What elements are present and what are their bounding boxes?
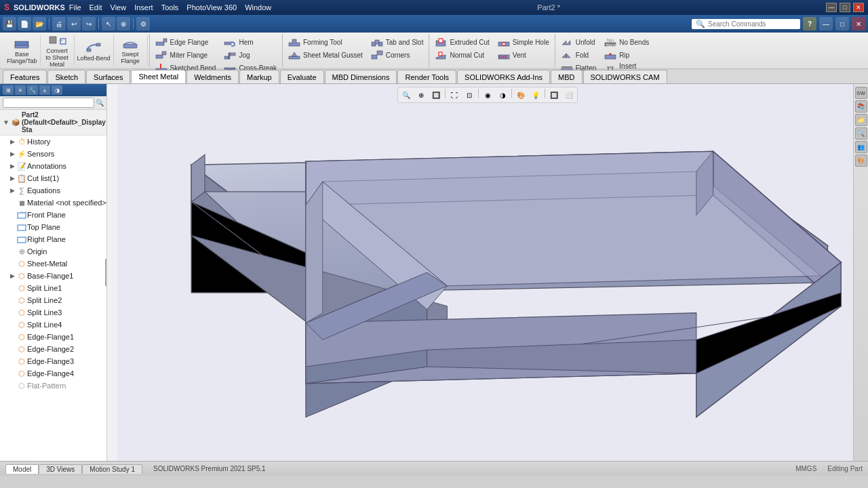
zoom-to-fit-button[interactable]: 🔍 <box>399 89 413 101</box>
extruded-cut-button[interactable]: Extruded Cut <box>433 36 491 48</box>
tree-item-edge-flange4[interactable]: ▶ ⬡ Edge-Flange4 <box>0 367 106 380</box>
design-library-icon[interactable]: 📚 <box>855 100 867 113</box>
forming-tool-button[interactable]: Forming Tool <box>286 36 365 48</box>
no-bends-button[interactable]: NoBends No Bends <box>602 36 651 48</box>
fold-button[interactable]: Fold <box>559 49 599 61</box>
camera-button[interactable]: ⬜ <box>562 89 576 101</box>
tab-sketch[interactable]: Sketch <box>47 70 85 83</box>
tab-weldments[interactable]: Weldments <box>186 70 239 83</box>
sw-minimize-button[interactable]: — <box>819 17 833 30</box>
vent-button[interactable]: Vent <box>496 49 551 61</box>
sw-close-button[interactable]: ✕ <box>852 17 865 30</box>
simple-hole-button[interactable]: Simple Hole <box>496 36 551 48</box>
miter-flange-button[interactable]: Miter Flange <box>153 49 218 61</box>
tree-item-top-plane[interactable]: ▶ Top Plane <box>0 221 106 233</box>
collaboration-icon[interactable]: 👥 <box>855 141 867 153</box>
appearances-icon[interactable]: 🎨 <box>855 155 867 167</box>
tab-solidworks-addins[interactable]: SOLIDWORKS Add-Ins <box>457 70 550 83</box>
options-button[interactable]: ⚙ <box>136 17 150 30</box>
apply-scene-button[interactable]: 🎨 <box>514 89 528 101</box>
view-orientation-button[interactable]: ⛶ <box>448 89 461 101</box>
hem-button[interactable]: Hem <box>222 36 279 48</box>
tab-mbd-dimensions[interactable]: MBD Dimensions <box>325 70 397 83</box>
sw-restore-button[interactable]: □ <box>835 17 849 30</box>
section-view-button[interactable]: 🔲 <box>547 89 561 101</box>
swept-flange-button[interactable]: SweptFlange <box>114 35 148 66</box>
tree-item-front-plane[interactable]: ▶ Front Plane <box>0 209 106 221</box>
tree-item-sensors[interactable]: ▶ ⚡ Sensors <box>0 148 106 160</box>
tab-sheet-metal[interactable]: Sheet Metal <box>131 70 186 83</box>
redo-button[interactable]: ↪ <box>82 17 96 30</box>
tab-and-slot-button[interactable]: Tab and Slot <box>369 36 426 48</box>
tree-item-flat-pattern[interactable]: ▶ ⬡ Flat-Pattern <box>0 380 106 392</box>
tree-item-cut-list[interactable]: ▶ 📋 Cut list(1) <box>0 172 106 184</box>
tree-item-base-flange1[interactable]: ▶ ⬡ Base-Flange1 <box>0 270 106 282</box>
view-settings-button[interactable]: 💡 <box>529 89 542 101</box>
menu-view[interactable]: View <box>111 3 127 12</box>
help-button[interactable]: ? <box>803 17 816 30</box>
tab-markup[interactable]: Markup <box>239 70 279 83</box>
tree-item-annotations[interactable]: ▶ 📝 Annotations <box>0 160 106 172</box>
edge-flange-button[interactable]: Edge Flange <box>153 36 218 48</box>
search-icon-pane[interactable]: 🔍 <box>855 127 867 140</box>
tree-item-edge-flange3[interactable]: ▶ ⬡ Edge-Flange3 <box>0 355 106 367</box>
convert-to-sheet-metal-button[interactable]: → Convertto SheetMetal <box>41 35 75 66</box>
tree-item-edge-flange1[interactable]: ▶ ⬡ Edge-Flange1 <box>0 331 106 343</box>
menu-file[interactable]: File <box>69 3 81 12</box>
solidworks-resources-icon[interactable]: SW <box>855 87 867 99</box>
tree-item-split-line4[interactable]: ▶ ⬡ Split Line4 <box>0 319 106 331</box>
config-manager-icon[interactable]: 🔧 <box>27 85 38 95</box>
select-button[interactable]: ↖ <box>102 17 115 30</box>
base-flange-tab-button[interactable]: BaseFlange/Tab <box>4 35 41 66</box>
tree-search-icon[interactable]: 🔍 <box>96 99 104 106</box>
corners-button[interactable]: Corners <box>369 49 426 61</box>
tree-item-edge-flange2[interactable]: ▶ ⬡ Edge-Flange2 <box>0 343 106 355</box>
print-button[interactable]: 🖨 <box>52 17 66 30</box>
normal-cut-button[interactable]: Normal Cut <box>433 49 491 61</box>
tree-item-split-line1[interactable]: ▶ ⬡ Split Line1 <box>0 282 106 294</box>
open-button[interactable]: 📂 <box>33 17 46 30</box>
menu-insert[interactable]: Insert <box>134 3 153 12</box>
tab-evaluate[interactable]: Evaluate <box>280 70 324 83</box>
unfold-button[interactable]: Unfold <box>559 36 599 48</box>
tree-item-split-line2[interactable]: ▶ ⬡ Split Line2 <box>0 294 106 306</box>
tab-solidworks-cam[interactable]: SOLIDWORKS CAM <box>583 70 667 83</box>
tab-surfaces[interactable]: Surfaces <box>86 70 130 83</box>
tab-features[interactable]: Features <box>3 70 47 83</box>
display-style-button[interactable]: ⊡ <box>462 89 476 101</box>
tree-item-sheet-metal[interactable]: ▶ ⬡ Sheet-Metal <box>0 258 106 270</box>
restore-button[interactable]: □ <box>840 3 850 12</box>
search-input[interactable] <box>708 20 789 28</box>
sheet-metal-gusset-button[interactable]: Sheet Metal Gusset <box>286 49 365 61</box>
save-button[interactable]: 💾 <box>3 17 16 30</box>
minimize-button[interactable]: — <box>826 3 837 12</box>
lofted-bend-button[interactable]: Lofted-Bend <box>75 35 114 66</box>
undo-button[interactable]: ↩ <box>67 17 81 30</box>
tree-item-history[interactable]: ▶ ⏱ History <box>0 136 106 148</box>
tab-mbd[interactable]: MBD <box>551 70 582 83</box>
dim-xpert-icon[interactable]: ± <box>39 85 50 95</box>
hide-show-button[interactable]: ◉ <box>481 89 494 101</box>
motion-study-tab[interactable]: Motion Study 1 <box>82 464 142 474</box>
menu-photoview[interactable]: PhotoView 360 <box>186 3 237 12</box>
feature-manager-icon[interactable]: ⊞ <box>3 85 14 95</box>
tree-item-equations[interactable]: ▶ ∑ Equations <box>0 184 106 197</box>
tab-render-tools[interactable]: Render Tools <box>397 70 456 83</box>
file-explorer-icon[interactable]: 📁 <box>855 114 867 126</box>
property-manager-icon[interactable]: ≡ <box>15 85 26 95</box>
part-tree-expand[interactable]: ▼ <box>3 119 9 126</box>
rip-button[interactable]: Rip <box>602 49 651 61</box>
tree-search-input[interactable] <box>3 98 94 108</box>
tree-item-origin[interactable]: ▶ ⊕ Origin <box>0 245 106 258</box>
jog-button[interactable]: Jog <box>222 49 279 61</box>
display-manager-icon[interactable]: ◑ <box>52 85 62 95</box>
menu-tools[interactable]: Tools <box>161 3 179 12</box>
zoom-in-button[interactable]: ⊕ <box>414 89 428 101</box>
edit-appearance-button[interactable]: ◑ <box>496 89 509 101</box>
tree-item-material[interactable]: ▶ ◼ Material <not specified> <box>0 197 106 209</box>
zoom-button[interactable]: ⊕ <box>117 17 130 30</box>
zoom-area-button[interactable]: 🔲 <box>429 89 443 101</box>
model-tab[interactable]: Model <box>5 464 39 474</box>
tree-item-split-line3[interactable]: ▶ ⬡ Split Line3 <box>0 306 106 319</box>
close-button[interactable]: ✕ <box>853 3 864 12</box>
